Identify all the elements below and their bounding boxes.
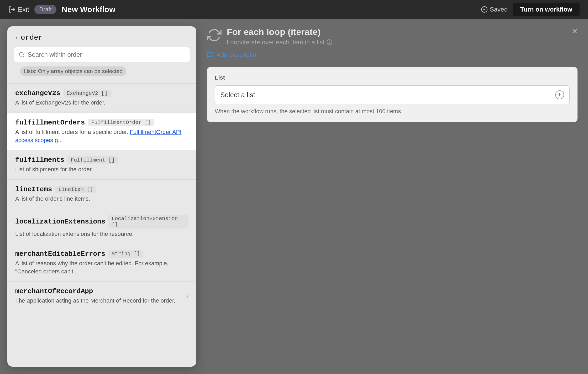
- loop-icon: [207, 28, 222, 43]
- item-type: ExchangeV2 []: [64, 90, 111, 97]
- add-description-button[interactable]: Add description: [207, 51, 578, 59]
- item-desc: A list of the order's line items.: [15, 195, 188, 203]
- item-desc: List of shipments for the order.: [15, 165, 188, 174]
- filter-label: Lists: Only array objects can be selecte…: [20, 66, 126, 76]
- search-container: [7, 47, 196, 66]
- panel-subheading: Loop/iterate over each item in a list i: [227, 39, 332, 46]
- list-item[interactable]: localizationExtensions LocalizationExten…: [7, 209, 196, 244]
- item-desc: A list of ExchangeV2s for the order.: [15, 99, 188, 107]
- list-item[interactable]: fulfillments Fulfillment [] List of ship…: [7, 150, 196, 180]
- add-description-label: Add description: [216, 51, 260, 59]
- filter-label-container: Lists: Only array objects can be selecte…: [7, 66, 196, 83]
- subheading-text: Loop/iterate over each item in a list: [227, 39, 324, 46]
- list-section-label: List: [215, 74, 570, 81]
- panel-top-row: For each loop (iterate) Loop/iterate ove…: [207, 27, 578, 46]
- main-area: ‹ order Lists: Only array objects can be…: [0, 19, 588, 374]
- breadcrumb-label: order: [21, 34, 43, 42]
- panel-heading-group: For each loop (iterate) Loop/iterate ove…: [227, 27, 332, 46]
- list-item[interactable]: exchangeV2s ExchangeV2 [] A list of Exch…: [7, 84, 196, 113]
- saved-indicator: Saved: [481, 6, 508, 13]
- item-desc: A list of fulfillment orders for a speci…: [15, 128, 188, 144]
- item-name: merchantEditableErrors: [15, 250, 105, 258]
- api-access-link[interactable]: FulfillmentOrder API access scopes: [15, 129, 181, 143]
- panel-heading: For each loop (iterate): [227, 27, 332, 37]
- item-type: LineItem []: [55, 186, 96, 193]
- list-selector-panel: ‹ order Lists: Only array objects can be…: [7, 26, 196, 367]
- exit-button[interactable]: Exit: [8, 6, 29, 14]
- item-name: exchangeV2s: [15, 89, 60, 97]
- list-item[interactable]: merchantOfRecordApp The application acti…: [7, 282, 196, 311]
- chat-icon: [207, 51, 214, 58]
- panel-header: ‹ order: [7, 26, 196, 47]
- list-section: List Select a list + When the workflow r…: [207, 67, 578, 122]
- panel-top-left: For each loop (iterate) Loop/iterate ove…: [207, 27, 332, 46]
- list-note: When the workflow runs, the selected lis…: [215, 108, 570, 115]
- back-arrow-icon[interactable]: ‹: [15, 34, 18, 42]
- item-desc: A list of reasons why the order can't be…: [15, 259, 188, 276]
- list-item[interactable]: lineItems LineItem [] A list of the orde…: [7, 180, 196, 209]
- plus-icon: +: [555, 90, 564, 99]
- close-button[interactable]: ×: [572, 26, 578, 37]
- search-input[interactable]: [28, 51, 185, 58]
- item-type: LocalizationExtension []: [108, 215, 188, 228]
- item-name: fulfillments: [15, 156, 64, 164]
- item-type: Fulfillment []: [67, 156, 118, 164]
- search-icon: [19, 51, 25, 58]
- item-desc: List of localization extensions for the …: [15, 230, 188, 238]
- item-type: FulfillmentOrder []: [88, 119, 154, 126]
- info-icon[interactable]: i: [327, 39, 332, 45]
- select-list-text: Select a list: [220, 91, 255, 99]
- item-name: localizationExtensions: [15, 218, 105, 226]
- svg-line-3: [23, 56, 24, 57]
- draft-badge: Draft: [34, 5, 56, 14]
- item-name: lineItems: [15, 185, 52, 193]
- chevron-right-icon: ›: [186, 292, 188, 300]
- workflow-title: New Workflow: [62, 5, 115, 14]
- search-box[interactable]: [14, 47, 190, 62]
- turn-on-workflow-button[interactable]: Turn on workflow: [513, 3, 580, 16]
- item-name: merchantOfRecordApp: [15, 287, 93, 295]
- item-desc: The application acting as the Merchant o…: [15, 297, 186, 305]
- svg-point-2: [19, 52, 23, 56]
- item-name: fulfillmentOrders: [15, 119, 85, 127]
- topbar: Exit Draft New Workflow Saved Turn on wo…: [0, 0, 588, 19]
- list-item-selected[interactable]: fulfillmentOrders FulfillmentOrder [] A …: [7, 113, 196, 150]
- item-type: String []: [108, 250, 143, 258]
- list-items: exchangeV2s ExchangeV2 [] A list of Exch…: [7, 84, 196, 367]
- right-panel: For each loop (iterate) Loop/iterate ove…: [196, 19, 588, 374]
- exit-label: Exit: [18, 6, 29, 14]
- list-item[interactable]: merchantEditableErrors String [] A list …: [7, 244, 196, 282]
- saved-label: Saved: [490, 6, 508, 13]
- select-list-button[interactable]: Select a list +: [215, 85, 570, 104]
